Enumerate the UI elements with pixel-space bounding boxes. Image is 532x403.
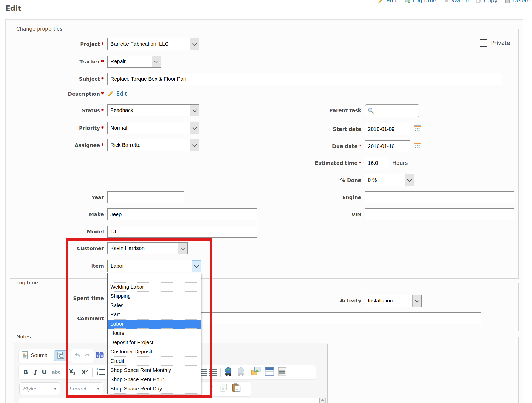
- align-block-button[interactable]: [209, 369, 218, 376]
- year-input[interactable]: [107, 191, 184, 203]
- cut-button[interactable]: ✂: [206, 383, 217, 394]
- due-date-input[interactable]: [365, 140, 410, 152]
- find-replace-button[interactable]: [95, 351, 104, 360]
- vin-input[interactable]: [365, 208, 514, 220]
- italic-button[interactable]: I: [32, 368, 38, 377]
- editor-scrollbar[interactable]: [320, 398, 326, 403]
- notes-editor-content[interactable]: [19, 398, 320, 403]
- engine-input[interactable]: [365, 191, 514, 203]
- private-checkbox[interactable]: [480, 39, 487, 47]
- underline-icon: U: [42, 369, 47, 376]
- calendar-icon[interactable]: [414, 142, 421, 150]
- preview-button[interactable]: [54, 350, 67, 361]
- copy-button[interactable]: [219, 383, 229, 394]
- pencil-icon: [378, 0, 385, 5]
- subject-input[interactable]: [107, 73, 502, 85]
- estimated-time-input[interactable]: [365, 157, 389, 169]
- project-select[interactable]: Barrette Fabrication, LLC: [107, 38, 199, 50]
- svg-text:3: 3: [97, 373, 98, 376]
- customer-select[interactable]: Kevin Harrison: [107, 242, 188, 254]
- toolbar-separator: [92, 368, 93, 377]
- chevron-down-icon: [178, 243, 187, 254]
- page-title: Edit: [5, 4, 21, 12]
- activity-select[interactable]: Installation: [365, 295, 422, 307]
- toolbar-separator: [248, 368, 248, 377]
- issue-action-toolbar: Edit Log time Watch Copy Delete: [378, 0, 530, 5]
- item-option[interactable]: Shop Space Rent Hour: [108, 375, 201, 385]
- preview-icon: [57, 351, 64, 360]
- italic-icon: I: [34, 369, 37, 376]
- item-dropdown-list: Welding Labor Shipping Sales Part Labor …: [107, 273, 201, 394]
- binoculars-icon: [95, 351, 104, 360]
- item-option[interactable]: Sales: [108, 301, 201, 311]
- insert-table-button[interactable]: [264, 367, 275, 377]
- trash-icon: [504, 0, 511, 5]
- tracker-select[interactable]: Repair: [107, 56, 161, 68]
- customer-label: Customer: [26, 242, 104, 254]
- svg-text:1: 1: [97, 368, 98, 371]
- link-button[interactable]: [223, 366, 234, 378]
- numbered-list-icon: 123: [96, 368, 105, 377]
- description-edit-link[interactable]: Edit: [116, 91, 127, 97]
- paste-button[interactable]: [231, 382, 242, 394]
- chevron-down-icon: [192, 260, 201, 272]
- insert-image-button[interactable]: [250, 367, 262, 377]
- item-option[interactable]: Part: [108, 310, 201, 320]
- star-icon: [443, 0, 450, 5]
- make-input[interactable]: [107, 208, 257, 220]
- strikethrough-button[interactable]: abc: [50, 368, 62, 376]
- styles-combo[interactable]: Styles: [19, 382, 60, 395]
- item-option[interactable]: Shop Space Rent Day: [108, 384, 201, 394]
- vin-label: VIN: [266, 208, 361, 220]
- status-select[interactable]: Feedback: [107, 104, 199, 116]
- chevron-down-icon: [190, 122, 199, 134]
- start-date-input[interactable]: [365, 123, 410, 135]
- item-option[interactable]: Shop Space Rent Monthly: [108, 366, 201, 375]
- item-option[interactable]: Credit: [108, 357, 201, 366]
- log-time-legend: Log time: [14, 280, 40, 285]
- scroll-up-icon: [321, 399, 324, 401]
- numbered-list-button[interactable]: 123: [94, 368, 107, 377]
- redo-button[interactable]: [83, 352, 92, 359]
- hours-suffix: Hours: [392, 157, 408, 169]
- insert-horizontal-rule-button[interactable]: [277, 367, 288, 377]
- copy-action-link[interactable]: Copy: [476, 0, 498, 4]
- log-time-action-link[interactable]: Log time: [404, 0, 437, 5]
- private-label: Private: [491, 40, 510, 46]
- format-combo[interactable]: Format: [66, 382, 103, 395]
- delete-action-link[interactable]: Delete: [504, 0, 530, 5]
- item-select[interactable]: Labor: [107, 260, 201, 272]
- subject-label: Subject*: [26, 73, 104, 85]
- page-left-border: [2, 0, 2, 403]
- item-option[interactable]: Hours: [108, 329, 201, 338]
- undo-button[interactable]: [73, 352, 81, 359]
- assignee-select[interactable]: Rick Barrette: [107, 139, 199, 151]
- priority-select[interactable]: Normal: [107, 122, 199, 134]
- item-option[interactable]: Shipping: [108, 292, 201, 301]
- item-option[interactable]: Deposit for Project: [108, 338, 201, 348]
- item-option-selected[interactable]: Labor: [108, 320, 201, 329]
- calendar-icon[interactable]: [414, 125, 421, 133]
- percent-done-select[interactable]: 0 %: [365, 174, 414, 186]
- chevron-down-icon: [152, 56, 161, 67]
- item-option[interactable]: Customer Deposit: [108, 347, 201, 357]
- start-date-label: Start date: [266, 123, 361, 135]
- notes-legend: Notes: [14, 334, 33, 340]
- subscript-button[interactable]: X2: [67, 368, 78, 377]
- scissors-icon: ✂: [207, 385, 216, 392]
- comment-label: Comment: [26, 312, 104, 324]
- paste-clipboard-icon: [232, 383, 241, 393]
- source-button[interactable]: [21, 351, 29, 361]
- bold-button[interactable]: B: [22, 368, 30, 377]
- unlink-button[interactable]: [235, 366, 246, 378]
- item-option[interactable]: Welding Labor: [108, 283, 201, 292]
- watch-action-link[interactable]: Watch: [443, 0, 469, 5]
- edit-action-link[interactable]: Edit: [378, 0, 397, 5]
- superscript-button[interactable]: X2: [79, 368, 90, 377]
- change-properties-legend: Change properties: [14, 26, 64, 32]
- source-button-label[interactable]: Source: [31, 352, 47, 358]
- item-option[interactable]: [108, 273, 201, 283]
- svg-text:2: 2: [97, 371, 98, 373]
- underline-button[interactable]: U: [40, 368, 48, 377]
- model-input[interactable]: [107, 226, 257, 238]
